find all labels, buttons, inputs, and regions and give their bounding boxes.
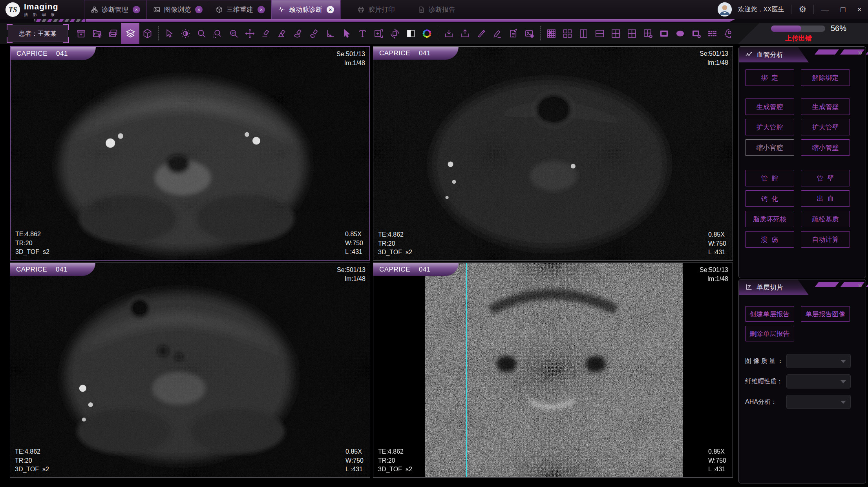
tab-film-print: 胶片打印 [351, 0, 401, 19]
tab-3d-reconstruction[interactable]: 三维重建× [209, 0, 271, 19]
grid-dense-icon[interactable] [543, 23, 559, 44]
view-rect-icon[interactable] [656, 23, 672, 44]
generate-lumen-button[interactable]: 生成管腔 [745, 98, 794, 115]
angle-tool-icon[interactable] [322, 23, 338, 44]
hemorrhage-button[interactable]: 出 血 [801, 190, 850, 207]
expand-lumen-button[interactable]: 扩大管腔 [745, 119, 794, 135]
image-gallery-icon[interactable] [105, 23, 121, 44]
report-add-icon[interactable] [505, 23, 521, 44]
tab-close-icon[interactable]: × [327, 6, 334, 13]
split-horizontal-icon[interactable] [592, 23, 608, 44]
zoom-2x-icon[interactable]: x2 [226, 23, 242, 44]
decorative-bar [86, 19, 735, 22]
grid-close-icon[interactable] [640, 23, 656, 44]
grid-2x2-icon[interactable] [608, 23, 624, 44]
modality-label: CAPRICE [16, 50, 48, 58]
measure-polygon-icon[interactable] [306, 23, 322, 44]
maximize-button[interactable]: □ [841, 5, 845, 14]
pointer-icon[interactable] [161, 23, 177, 44]
viewport-3[interactable]: CAPRICE041 Se:501/13Im:1/48 TE:4.862TR:2… [10, 263, 370, 478]
view-ellipse-icon[interactable] [672, 23, 688, 44]
tab-close-icon[interactable]: × [258, 6, 265, 13]
unbind-button[interactable]: 解除绑定 [801, 69, 850, 86]
layers-icon[interactable] [121, 23, 139, 44]
collapse-chevron-icon[interactable]: » [858, 47, 862, 57]
lumen-button[interactable]: 管 腔 [745, 170, 794, 186]
logo-monogram-icon: TS [5, 2, 20, 17]
download-icon[interactable] [441, 23, 457, 44]
user-avatar[interactable] [718, 2, 732, 16]
tab-diagnosis-management[interactable]: 诊断管理× [84, 0, 146, 19]
zoom-region-icon[interactable] [210, 23, 226, 44]
invert-icon[interactable] [403, 23, 419, 44]
pan-icon[interactable] [242, 23, 258, 44]
minimize-button[interactable]: — [821, 5, 829, 14]
delete-slice-report-button[interactable]: 删除单层报告 [745, 326, 794, 341]
cube-3d-icon[interactable] [139, 23, 155, 44]
series-overlay: Se:501/13Im:1/48 [337, 266, 365, 283]
collapse-chevron-icon[interactable]: » [858, 280, 862, 290]
upload-error-text: 上传出错 [763, 34, 834, 43]
title-bar: TS Imaging 清 影 华 康 诊断管理×图像浏览×三维重建×颈动脉诊断×… [0, 0, 868, 19]
brush-icon[interactable] [473, 23, 489, 44]
wall-button[interactable]: 管 壁 [801, 170, 850, 186]
measure-angle-icon[interactable] [274, 23, 290, 44]
filmstrip-icon[interactable] [704, 23, 720, 44]
grid-2x2-alt-icon[interactable] [624, 23, 640, 44]
tab-carotid-diagnosis[interactable]: 颈动脉诊断× [271, 0, 341, 19]
series-overlay: Se:501/13Im:1/48 [700, 49, 728, 67]
aha-analysis-dropdown[interactable] [786, 395, 851, 409]
image-quality-dropdown[interactable] [786, 354, 851, 368]
slice-report-image-button[interactable]: 单层报告图像 [801, 306, 850, 322]
acquisition-overlay: TE:4.862TR:203D_TOF s2 [15, 447, 49, 474]
bind-button[interactable]: 绑 定 [745, 69, 794, 86]
select-arrow-icon[interactable] [338, 23, 355, 44]
chevron-down-icon [841, 401, 846, 404]
zoom-icon[interactable] [194, 23, 210, 44]
shrink-lumen-button[interactable]: 缩小官腔 [745, 139, 794, 156]
reference-line[interactable] [466, 263, 467, 477]
tab-image-browse[interactable]: 图像浏览× [146, 0, 209, 19]
text-tool-icon[interactable] [355, 23, 371, 44]
expand-wall-button[interactable]: 扩大管壁 [801, 119, 850, 135]
close-button[interactable]: × [857, 5, 862, 14]
mri-image [11, 47, 369, 260]
measure-line-icon[interactable] [258, 23, 274, 44]
fibrous-cap-dropdown[interactable] [786, 374, 851, 389]
divider [791, 5, 791, 14]
slice-controls: 创建单层报告 单层报告图像 删除单层报告 图 像 质 量 ： 纤维帽性质： AH… [739, 295, 866, 483]
open-study-icon[interactable] [89, 23, 105, 44]
lipid-core-button[interactable]: 脂质坏死核 [745, 211, 794, 227]
auto-calculate-button[interactable]: 自动计算 [801, 231, 850, 248]
pen-icon[interactable] [489, 23, 505, 44]
measure-ellipse-icon[interactable] [290, 23, 306, 44]
ai-analysis-icon[interactable] [720, 23, 736, 44]
grid-boxes-icon[interactable] [559, 23, 576, 44]
color-palette-icon[interactable] [419, 23, 435, 44]
view-close-icon[interactable] [688, 23, 704, 44]
chevron-down-icon [841, 380, 846, 383]
series-number: 041 [419, 266, 431, 274]
rotate-icon[interactable] [387, 23, 403, 44]
split-vertical-icon[interactable] [576, 23, 592, 44]
patient-name-field[interactable]: 患者：王某某 [8, 26, 68, 42]
key-image-icon[interactable] [521, 23, 537, 44]
calcification-button[interactable]: 钙 化 [745, 190, 794, 207]
ulcer-button[interactable]: 溃 疡 [745, 231, 794, 248]
new-study-icon[interactable] [73, 23, 89, 44]
create-slice-report-button[interactable]: 创建单层报告 [745, 306, 794, 322]
settings-gear-icon[interactable]: ⚙ [799, 4, 806, 15]
tab-close-icon[interactable]: × [133, 6, 140, 13]
window-level-icon[interactable] [177, 23, 194, 44]
upload-icon[interactable] [457, 23, 473, 44]
panel-header: 血管分析 » [739, 47, 866, 62]
shrink-wall-button[interactable]: 缩小管壁 [801, 139, 850, 156]
loose-matrix-button[interactable]: 疏松基质 [801, 211, 850, 227]
tab-close-icon[interactable]: × [195, 6, 203, 13]
viewport-1[interactable]: CAPRICE041 Se:501/13Im:1/48 TE:4.862TR:2… [10, 46, 370, 261]
generate-wall-button[interactable]: 生成管壁 [801, 98, 850, 115]
viewport-2[interactable]: CAPRICE041 Se:501/13Im:1/48 TE:4.862TR:2… [373, 46, 733, 261]
display-overlay: 0.85XW:750L :431 [708, 230, 726, 257]
viewport-4[interactable]: CAPRICE041 Se:501/13Im:1/48 TE:4.862TR:2… [373, 263, 733, 478]
roi-add-icon[interactable] [371, 23, 387, 44]
